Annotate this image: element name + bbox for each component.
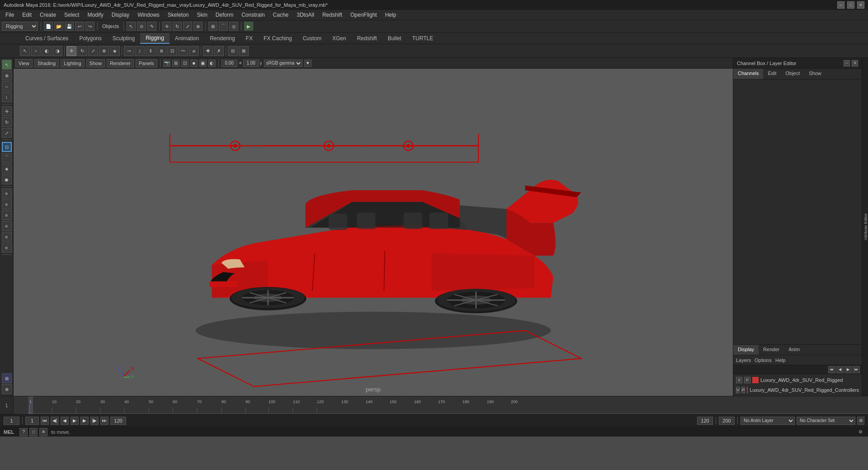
ik-icon[interactable]: ↕	[135, 46, 145, 56]
left-scale-btn[interactable]: ⤢	[2, 128, 12, 138]
tab-sculpting[interactable]: Sculpting	[107, 33, 140, 43]
joint-icon[interactable]: ⊸	[124, 46, 134, 56]
character-set-select[interactable]: No Character Set	[797, 417, 855, 425]
layer-p-btn-ctrl[interactable]: P	[741, 387, 745, 393]
range-max-input[interactable]	[719, 417, 735, 425]
left-layer5-btn[interactable]: ≡	[2, 232, 12, 242]
scale-tool-btn[interactable]: ⤢	[183, 22, 192, 31]
mode-select[interactable]: Rigging	[2, 22, 38, 31]
layer-v-btn-ctrl[interactable]: V	[736, 387, 740, 393]
menu-modify[interactable]: Modify	[84, 11, 107, 19]
timeline-ruler[interactable]: 1 10 20 30 40 50 60 70 80 90 100 110 120…	[14, 396, 868, 414]
redo-btn[interactable]: ↪	[85, 22, 94, 31]
tab-custom[interactable]: Custom	[297, 33, 327, 43]
snap-point-btn[interactable]: ◎	[229, 22, 238, 31]
lattice-icon[interactable]: ⊡	[167, 46, 177, 56]
status-help-btn[interactable]: ?	[19, 428, 28, 436]
current-frame-input[interactable]	[4, 417, 19, 425]
tab-edit[interactable]: Edit	[763, 69, 781, 79]
plus-icon[interactable]: ✚	[203, 46, 213, 56]
paint-sel-btn[interactable]: ✎	[147, 22, 156, 31]
ik2-icon[interactable]: ⇕	[146, 46, 156, 56]
pb-play-btn[interactable]: ▶	[71, 417, 79, 425]
tab-channels[interactable]: Channels	[733, 69, 763, 79]
layer-tab-display[interactable]: Display	[733, 345, 759, 355]
status-play-btn[interactable]: □	[29, 428, 38, 436]
left-layer3-btn[interactable]: ≡	[2, 210, 12, 220]
start-frame-input[interactable]	[25, 417, 39, 425]
menu-help[interactable]: Help	[382, 11, 400, 19]
tab-rigging[interactable]: Rigging	[140, 33, 170, 44]
pb-last-btn[interactable]: ⏭	[100, 417, 108, 425]
options-opt[interactable]: Options	[755, 357, 772, 363]
lasso-icon[interactable]: ○	[31, 46, 41, 56]
left-lasso-btn[interactable]: ↔	[2, 81, 12, 91]
layers-opt[interactable]: Layers	[736, 357, 751, 363]
menu-create[interactable]: Create	[36, 11, 60, 19]
menu-display[interactable]: Display	[108, 11, 133, 19]
layer-tab-render[interactable]: Render	[759, 345, 784, 355]
pb-forward-btn[interactable]: ▶	[80, 417, 89, 425]
open-btn[interactable]: 📂	[54, 22, 63, 31]
tab-show[interactable]: Show	[804, 69, 826, 79]
vp-show-btn[interactable]: Show	[86, 59, 105, 67]
menu-constrain[interactable]: Constrain	[238, 11, 268, 19]
range-end-input[interactable]	[697, 417, 713, 425]
pb-stepforward-btn[interactable]: |▶	[90, 417, 99, 425]
new-scene-btn[interactable]: 📄	[44, 22, 53, 31]
menu-openflight[interactable]: OpenFlight	[347, 11, 381, 19]
menu-redshift[interactable]: Redshift	[319, 11, 346, 19]
reflect-icon[interactable]: ⊕	[99, 46, 109, 56]
left-layer6-btn[interactable]: ≡	[2, 243, 12, 253]
left-layer-btn[interactable]: ≡	[2, 188, 12, 198]
tab-curves-surfaces[interactable]: Curves / Surfaces	[20, 33, 74, 43]
tab-rendering[interactable]: Rendering	[204, 33, 240, 43]
snap-icon[interactable]: ⊠	[239, 46, 249, 56]
tab-fx[interactable]: FX	[241, 33, 258, 43]
layer-p-btn-car[interactable]: P	[744, 377, 750, 383]
layer-nav-next[interactable]: ▶	[844, 366, 852, 373]
vp-view-btn[interactable]: View	[15, 59, 33, 67]
tab-turtle[interactable]: TURTLE	[407, 33, 439, 43]
layer-nav-last[interactable]: ⏭	[853, 366, 860, 373]
menu-file[interactable]: File	[2, 11, 18, 19]
pb-stepback-btn[interactable]: ◀|	[51, 417, 59, 425]
lasso-tool-btn[interactable]: ⊙	[137, 22, 146, 31]
cluster-icon[interactable]: ⊛	[156, 46, 166, 56]
menu-deform[interactable]: Deform	[212, 11, 237, 19]
tab-polygons[interactable]: Polygons	[74, 33, 107, 43]
layer-row-car[interactable]: V P Luxury_AWD_4dr_SUV_Red_Rigged	[734, 375, 861, 385]
paint-sel-icon[interactable]: ◐	[42, 46, 52, 56]
panel-close-btn[interactable]: ✕	[852, 60, 858, 66]
cross-icon[interactable]: ✗	[214, 46, 224, 56]
left-compass-btn[interactable]: ⊕	[2, 384, 12, 394]
left-snap-btn[interactable]: ⊡	[2, 142, 12, 152]
menu-skeleton[interactable]: Skeleton	[164, 11, 193, 19]
snap-curve-btn[interactable]: ⌒	[219, 22, 228, 31]
vp-light-btn[interactable]: ◐	[208, 60, 216, 67]
vp-texture-btn[interactable]: ▣	[199, 60, 207, 67]
menu-skin[interactable]: Skin	[193, 11, 211, 19]
vp-color-mgmt-btn[interactable]: ▼	[304, 60, 311, 67]
pb-back-btn[interactable]: ◀	[61, 417, 69, 425]
tab-xgen[interactable]: XGen	[327, 33, 352, 43]
layer-v-btn-car[interactable]: V	[736, 377, 742, 383]
left-cluster-btn[interactable]: ◉	[2, 174, 12, 184]
select-tool-btn[interactable]: ↖	[127, 22, 136, 31]
menu-windows[interactable]: Windows	[134, 11, 163, 19]
align-icon[interactable]: ⊟	[228, 46, 238, 56]
vp-exposure-input[interactable]	[222, 60, 237, 67]
rotate-icon[interactable]: ↻	[77, 46, 87, 56]
vp-lighting-btn[interactable]: Lighting	[61, 59, 85, 67]
color-profile-select[interactable]: sRGB gamma	[264, 60, 302, 67]
rotate-tool-btn[interactable]: ↻	[173, 22, 182, 31]
vp-renderer-btn[interactable]: Renderer	[107, 59, 134, 67]
tab-animation[interactable]: Animation	[170, 33, 204, 43]
undo-btn[interactable]: ↩	[75, 22, 84, 31]
left-rotate-btn[interactable]: ↻	[2, 117, 12, 127]
vp-solid-btn[interactable]: ■	[190, 60, 198, 67]
wire-icon[interactable]: 〜	[178, 46, 188, 56]
viewport-3d[interactable]: persp X Y Z	[14, 69, 733, 396]
left-arrow-btn[interactable]: ↕	[2, 92, 12, 102]
left-layer4-btn[interactable]: ≡	[2, 221, 12, 231]
